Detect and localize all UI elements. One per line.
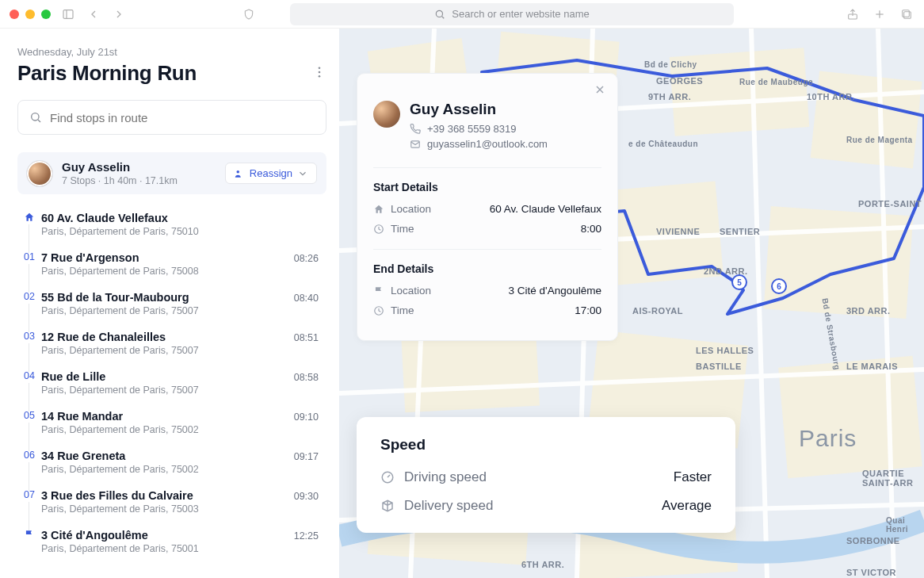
map-pin[interactable]: 6 <box>771 278 787 294</box>
speed-card: Speed Driving speed Faster Delivery spee… <box>357 417 735 533</box>
stop-number: 07 <box>21 489 37 500</box>
stop-row[interactable]: 03 12 Rue de Chanaleilles Paris, Départe… <box>17 324 326 364</box>
flag-icon <box>373 285 384 297</box>
new-tab-icon[interactable] <box>872 6 888 22</box>
start-location: 60 Av. Claude Vellefaux <box>490 203 601 215</box>
location-label: Location <box>391 285 431 297</box>
delivery-speed-label: Delivery speed <box>404 498 493 514</box>
svg-point-10 <box>319 71 321 73</box>
package-icon <box>380 499 395 513</box>
url-placeholder: Search or enter website name <box>452 8 589 20</box>
stop-subaddress: Paris, Département de Paris, 75007 <box>41 385 294 396</box>
stop-number: 04 <box>21 370 37 381</box>
map-pin[interactable]: 5 <box>731 274 747 290</box>
home-icon <box>24 212 35 226</box>
stop-number: 06 <box>21 450 37 461</box>
driver-summary[interactable]: Guy Asselin 7 Stops · 1h 40m · 17.1km Re… <box>17 152 326 194</box>
svg-line-13 <box>38 120 40 122</box>
chevron-down-icon <box>297 168 308 179</box>
stop-number: 05 <box>21 410 37 421</box>
gauge-icon <box>380 470 395 484</box>
stop-address: 34 Rue Greneta <box>41 450 294 462</box>
flag-icon <box>24 529 35 543</box>
svg-point-11 <box>319 75 321 77</box>
more-menu-icon[interactable] <box>312 65 326 82</box>
stop-row[interactable]: 07 3 Rue des Filles du Calvaire Paris, D… <box>17 483 326 522</box>
stop-time: 09:10 <box>294 410 326 423</box>
share-icon[interactable] <box>845 6 861 22</box>
clock-icon <box>373 305 384 316</box>
phone-value: +39 368 5559 8319 <box>427 123 516 135</box>
avatar <box>27 161 52 186</box>
svg-point-14 <box>236 170 239 173</box>
email-value: guyasselin1@outlook.com <box>427 138 548 150</box>
stop-subaddress: Paris, Département de Paris, 75002 <box>41 464 294 475</box>
delivery-speed-value: Average <box>662 498 712 514</box>
stop-time: 09:17 <box>294 450 326 462</box>
back-icon[interactable] <box>86 6 101 22</box>
reassign-button[interactable]: Reassign <box>225 163 317 184</box>
stop-subaddress: Paris, Département de Paris, 75007 <box>41 345 294 356</box>
time-label: Time <box>391 223 414 235</box>
clock-icon <box>373 224 384 235</box>
speed-heading: Speed <box>380 436 712 454</box>
shield-icon[interactable] <box>241 6 257 22</box>
tabs-overview-icon[interactable] <box>899 6 914 22</box>
end-location: 3 Cité d'Angoulême <box>509 285 601 297</box>
home-icon <box>373 204 384 215</box>
stop-row[interactable]: 06 34 Rue Greneta Paris, Département de … <box>17 443 326 483</box>
stop-address: 14 Rue Mandar <box>41 410 294 423</box>
stop-address: Rue de Lille <box>41 370 294 383</box>
driving-speed-value: Faster <box>674 469 712 485</box>
stop-row[interactable]: 02 55 Bd de la Tour-Maubourg Paris, Dépa… <box>17 285 326 324</box>
stop-time: 09:30 <box>294 489 326 502</box>
stop-address: 12 Rue de Chanaleilles <box>41 331 294 343</box>
stop-address: 55 Bd de la Tour-Maubourg <box>41 291 294 304</box>
start-details-heading: Start Details <box>373 181 601 193</box>
traffic-lights <box>10 10 51 19</box>
stop-row[interactable]: 04 Rue de Lille Paris, Département de Pa… <box>17 364 326 404</box>
close-icon[interactable] <box>594 83 606 99</box>
svg-line-3 <box>442 16 445 18</box>
driving-speed-label: Driving speed <box>404 469 487 485</box>
stop-address: 7 Rue d'Argenson <box>41 251 294 264</box>
stop-address: 3 Cité d'Angoulême <box>41 529 294 542</box>
stop-subaddress: Paris, Département de Paris, 75003 <box>41 503 294 515</box>
stop-address: 60 Av. Claude Vellefaux <box>41 212 326 224</box>
minimize-window-icon[interactable] <box>25 10 35 19</box>
svg-rect-19 <box>811 71 922 169</box>
url-bar[interactable]: Search or enter website name <box>290 3 734 25</box>
stop-row[interactable]: 05 14 Rue Mandar Paris, Département de P… <box>17 404 326 443</box>
reassign-label: Reassign <box>250 167 292 179</box>
sidebar-toggle-icon[interactable] <box>60 6 76 22</box>
stops-search-input[interactable] <box>50 111 315 124</box>
stop-row[interactable]: 3 Cité d'Angoulême Paris, Département de… <box>17 522 326 562</box>
browser-chrome: Search or enter website name <box>0 0 924 29</box>
route-date: Wednesday, July 21st <box>17 46 326 58</box>
stop-row[interactable]: 60 Av. Claude Vellefaux Paris, Départeme… <box>17 205 326 245</box>
stop-subaddress: Paris, Département de Paris, 75007 <box>41 305 294 316</box>
email-line[interactable]: guyasselin1@outlook.com <box>410 138 548 150</box>
svg-point-2 <box>437 10 443 17</box>
stops-search[interactable] <box>17 100 326 135</box>
avatar <box>373 101 400 128</box>
driving-speed-row[interactable]: Driving speed Faster <box>380 469 712 485</box>
phone-line[interactable]: +39 368 5559 8319 <box>410 123 548 135</box>
forward-icon[interactable] <box>111 6 127 22</box>
user-swap-icon <box>234 168 245 179</box>
close-window-icon[interactable] <box>10 10 19 19</box>
mail-icon <box>410 139 421 150</box>
end-details-heading: End Details <box>373 262 601 275</box>
panel-driver-name: Guy Asselin <box>410 101 548 118</box>
maximize-window-icon[interactable] <box>41 10 51 19</box>
stop-time: 08:26 <box>294 251 326 264</box>
svg-rect-18 <box>670 48 810 136</box>
driver-name: Guy Asselin <box>62 160 216 174</box>
start-time: 8:00 <box>581 223 601 235</box>
delivery-speed-row[interactable]: Delivery speed Average <box>380 498 712 514</box>
driver-detail-panel: Guy Asselin +39 368 5559 8319 guyasselin… <box>357 73 618 341</box>
stop-number: 02 <box>21 291 37 302</box>
stop-row[interactable]: 01 7 Rue d'Argenson Paris, Département d… <box>17 245 326 285</box>
stops-list: 60 Av. Claude Vellefaux Paris, Départeme… <box>17 205 326 562</box>
stop-subaddress: Paris, Département de Paris, 75002 <box>41 424 294 435</box>
